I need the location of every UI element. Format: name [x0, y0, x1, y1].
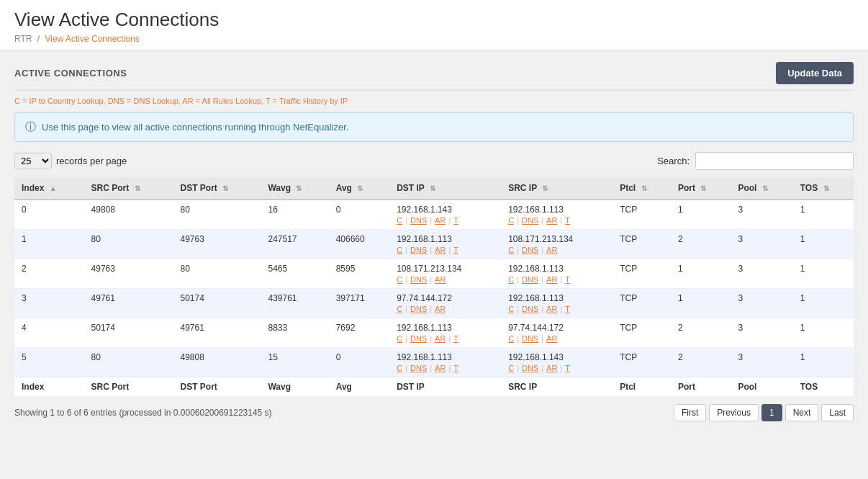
- next-button[interactable]: Next: [785, 404, 819, 421]
- cell-dst-port: 50174: [173, 289, 261, 318]
- link-c[interactable]: C: [508, 305, 514, 313]
- col-dst-ip[interactable]: DST IP ⇅: [389, 177, 501, 200]
- last-button[interactable]: Last: [821, 404, 854, 421]
- link-ar[interactable]: AR: [435, 246, 446, 254]
- col-wavg[interactable]: Wavg ⇅: [261, 177, 328, 200]
- table-row: 2 49763 80 5465 8595 108.171.213.134 C |…: [14, 259, 854, 289]
- sep: |: [430, 246, 432, 254]
- link-dns[interactable]: DNS: [522, 275, 538, 284]
- cell-wavg: 439761: [261, 289, 328, 318]
- link-dns[interactable]: DNS: [410, 305, 427, 313]
- cell-src-port: 49763: [84, 259, 173, 289]
- link-dns[interactable]: DNS: [522, 246, 538, 254]
- main-content: ACTIVE CONNECTIONS Update Data C = IP to…: [0, 50, 868, 433]
- src-link-row: C | DNS | AR | T: [508, 275, 605, 284]
- previous-button[interactable]: Previous: [709, 404, 759, 421]
- link-ar[interactable]: AR: [435, 364, 446, 372]
- col-port[interactable]: Port ⇅: [671, 177, 731, 200]
- footer-index: Index: [14, 377, 84, 397]
- link-t[interactable]: T: [453, 364, 458, 372]
- cell-avg: 397171: [329, 289, 390, 318]
- sep: |: [405, 246, 407, 254]
- col-pool[interactable]: Pool ⇅: [731, 177, 792, 200]
- link-c[interactable]: C: [508, 246, 514, 254]
- dst-ip-addr: 97.74.144.172: [397, 293, 494, 303]
- link-c[interactable]: C: [397, 305, 402, 313]
- cell-dst-port: 49763: [173, 230, 261, 259]
- update-data-button[interactable]: Update Data: [776, 62, 854, 84]
- legend-text: C = IP to Country Lookup, DNS = DNS Look…: [14, 97, 348, 105]
- link-dns[interactable]: DNS: [410, 364, 427, 372]
- link-c[interactable]: C: [508, 364, 514, 372]
- link-ar[interactable]: AR: [435, 216, 446, 225]
- link-t[interactable]: T: [453, 334, 458, 343]
- cell-src-ip: 192.168.1.113 C | DNS | AR | T: [501, 259, 612, 289]
- sep: |: [541, 364, 543, 372]
- link-dns[interactable]: DNS: [522, 334, 538, 343]
- sort-index-icon: ▲: [50, 184, 57, 192]
- col-avg[interactable]: Avg ⇅: [329, 177, 390, 200]
- link-t[interactable]: T: [453, 246, 458, 254]
- link-dns[interactable]: DNS: [410, 216, 427, 225]
- link-t[interactable]: T: [453, 216, 458, 225]
- link-c[interactable]: C: [397, 246, 402, 254]
- link-dns[interactable]: DNS: [522, 364, 538, 372]
- link-ar[interactable]: AR: [435, 275, 446, 284]
- src-ip-addr: 97.74.144.172: [508, 323, 605, 333]
- link-ar[interactable]: AR: [546, 216, 557, 225]
- link-c[interactable]: C: [397, 364, 402, 372]
- link-ar[interactable]: AR: [546, 364, 557, 372]
- col-ptcl[interactable]: Ptcl ⇅: [612, 177, 671, 200]
- breadcrumb-current[interactable]: View Active Connections: [45, 34, 139, 44]
- sep: |: [541, 334, 543, 343]
- link-dns[interactable]: DNS: [410, 275, 427, 284]
- sep: |: [405, 334, 407, 343]
- link-c[interactable]: C: [397, 216, 402, 225]
- cell-wavg: 15: [261, 348, 328, 377]
- cell-src-ip: 192.168.1.143 C | DNS | AR | T: [501, 348, 612, 377]
- breadcrumb-parent[interactable]: RTR: [14, 34, 32, 44]
- cell-src-port: 50174: [84, 318, 173, 348]
- link-ar[interactable]: AR: [546, 305, 557, 313]
- dst-link-row: C | DNS | AR: [397, 305, 494, 313]
- cell-index: 2: [14, 259, 84, 289]
- link-t[interactable]: T: [565, 216, 570, 225]
- link-ar[interactable]: AR: [435, 334, 446, 343]
- src-link-row: C | DNS | AR | T: [508, 216, 605, 225]
- first-button[interactable]: First: [674, 404, 706, 421]
- page-1-button[interactable]: 1: [761, 404, 782, 421]
- link-ar[interactable]: AR: [435, 305, 446, 313]
- link-c[interactable]: C: [397, 275, 402, 284]
- cell-index: 1: [14, 230, 84, 259]
- cell-pool: 3: [731, 200, 792, 230]
- records-per-page-select[interactable]: 25 50 100: [14, 153, 52, 169]
- col-tos[interactable]: TOS ⇅: [793, 177, 854, 200]
- link-t[interactable]: T: [565, 364, 570, 372]
- link-ar[interactable]: AR: [546, 246, 557, 254]
- src-link-row: C | DNS | AR: [508, 246, 605, 254]
- link-ar[interactable]: AR: [546, 334, 557, 343]
- link-dns[interactable]: DNS: [522, 216, 538, 225]
- link-ar[interactable]: AR: [546, 275, 557, 284]
- col-index[interactable]: Index ▲: [14, 177, 84, 200]
- sep: |: [560, 216, 562, 225]
- footer-dst-port: DST Port: [173, 377, 261, 397]
- col-dst-port[interactable]: DST Port ⇅: [173, 177, 261, 200]
- sep: |: [517, 246, 519, 254]
- link-dns[interactable]: DNS: [410, 334, 427, 343]
- col-src-ip[interactable]: SRC IP ⇅: [501, 177, 612, 200]
- sep: |: [430, 275, 432, 284]
- src-ip-addr: 192.168.1.113: [508, 293, 605, 303]
- link-c[interactable]: C: [508, 334, 514, 343]
- link-t[interactable]: T: [565, 275, 570, 284]
- link-c[interactable]: C: [508, 216, 514, 225]
- sort-src-ip-icon: ⇅: [542, 184, 548, 192]
- link-dns[interactable]: DNS: [522, 305, 538, 313]
- link-c[interactable]: C: [397, 334, 402, 343]
- col-src-port[interactable]: SRC Port ⇅: [84, 177, 173, 200]
- search-input[interactable]: [695, 152, 854, 170]
- header-row: Index ▲ SRC Port ⇅ DST Port ⇅ Wavg ⇅ Avg…: [14, 177, 854, 200]
- link-t[interactable]: T: [565, 305, 570, 313]
- link-c[interactable]: C: [508, 275, 514, 284]
- link-dns[interactable]: DNS: [410, 246, 427, 254]
